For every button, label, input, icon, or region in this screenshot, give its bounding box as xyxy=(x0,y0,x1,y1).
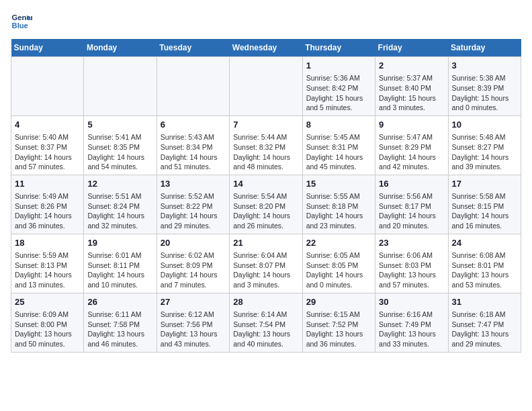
calendar-cell: 10Sunrise: 5:48 AM Sunset: 8:27 PM Dayli… xyxy=(448,116,521,175)
day-number: 9 xyxy=(379,119,444,131)
day-header-tuesday: Tuesday xyxy=(157,39,229,57)
day-content: Sunrise: 6:12 AM Sunset: 7:56 PM Dayligh… xyxy=(161,310,226,349)
logo: General Blue xyxy=(11,11,35,32)
calendar-week-row: 18Sunrise: 5:59 AM Sunset: 8:13 PM Dayli… xyxy=(11,234,521,293)
day-number: 14 xyxy=(233,178,298,190)
day-number: 18 xyxy=(15,237,80,249)
day-content: Sunrise: 5:58 AM Sunset: 8:15 PM Dayligh… xyxy=(452,191,517,231)
day-content: Sunrise: 6:01 AM Sunset: 8:11 PM Dayligh… xyxy=(87,250,152,290)
day-content: Sunrise: 6:05 AM Sunset: 8:05 PM Dayligh… xyxy=(306,250,371,290)
calendar-cell: 5Sunrise: 5:41 AM Sunset: 8:35 PM Daylig… xyxy=(84,116,157,175)
day-number: 26 xyxy=(87,296,152,308)
calendar-cell: 24Sunrise: 6:08 AM Sunset: 8:01 PM Dayli… xyxy=(448,234,521,293)
day-content: Sunrise: 5:40 AM Sunset: 8:37 PM Dayligh… xyxy=(15,132,80,172)
day-number: 11 xyxy=(15,178,80,190)
calendar-cell: 13Sunrise: 5:52 AM Sunset: 8:22 PM Dayli… xyxy=(157,175,229,234)
day-content: Sunrise: 5:43 AM Sunset: 8:34 PM Dayligh… xyxy=(161,132,226,172)
calendar-cell: 2Sunrise: 5:37 AM Sunset: 8:40 PM Daylig… xyxy=(375,57,448,116)
calendar-cell: 14Sunrise: 5:54 AM Sunset: 8:20 PM Dayli… xyxy=(230,175,302,234)
calendar-header-row: SundayMondayTuesdayWednesdayThursdayFrid… xyxy=(11,39,521,57)
calendar-cell: 20Sunrise: 6:02 AM Sunset: 8:09 PM Dayli… xyxy=(157,234,229,293)
day-number: 22 xyxy=(306,237,371,249)
day-content: Sunrise: 5:56 AM Sunset: 8:17 PM Dayligh… xyxy=(379,191,444,231)
day-number: 28 xyxy=(233,296,298,308)
day-content: Sunrise: 5:48 AM Sunset: 8:27 PM Dayligh… xyxy=(452,132,517,172)
calendar-cell xyxy=(11,57,84,116)
day-content: Sunrise: 5:44 AM Sunset: 8:32 PM Dayligh… xyxy=(233,132,298,172)
day-content: Sunrise: 6:08 AM Sunset: 8:01 PM Dayligh… xyxy=(452,250,517,290)
day-header-saturday: Saturday xyxy=(448,39,521,57)
calendar-cell: 12Sunrise: 5:51 AM Sunset: 8:24 PM Dayli… xyxy=(84,175,157,234)
day-number: 2 xyxy=(379,60,444,72)
calendar-cell: 27Sunrise: 6:12 AM Sunset: 7:56 PM Dayli… xyxy=(157,293,229,352)
day-number: 19 xyxy=(87,237,152,249)
svg-text:Blue: Blue xyxy=(12,21,28,30)
calendar-table: SundayMondayTuesdayWednesdayThursdayFrid… xyxy=(11,39,521,353)
day-content: Sunrise: 5:59 AM Sunset: 8:13 PM Dayligh… xyxy=(15,250,80,290)
day-content: Sunrise: 6:14 AM Sunset: 7:54 PM Dayligh… xyxy=(233,310,298,349)
day-header-sunday: Sunday xyxy=(11,39,84,57)
calendar-cell: 26Sunrise: 6:11 AM Sunset: 7:58 PM Dayli… xyxy=(84,293,157,352)
day-content: Sunrise: 6:18 AM Sunset: 7:47 PM Dayligh… xyxy=(452,310,517,349)
day-content: Sunrise: 5:36 AM Sunset: 8:42 PM Dayligh… xyxy=(306,73,371,113)
day-header-friday: Friday xyxy=(375,39,448,57)
calendar-cell xyxy=(84,57,157,116)
day-number: 23 xyxy=(379,237,444,249)
calendar-cell: 31Sunrise: 6:18 AM Sunset: 7:47 PM Dayli… xyxy=(448,293,521,352)
calendar-cell: 22Sunrise: 6:05 AM Sunset: 8:05 PM Dayli… xyxy=(302,234,375,293)
day-content: Sunrise: 5:45 AM Sunset: 8:31 PM Dayligh… xyxy=(306,132,371,172)
day-content: Sunrise: 5:41 AM Sunset: 8:35 PM Dayligh… xyxy=(87,132,152,172)
calendar-cell: 3Sunrise: 5:38 AM Sunset: 8:39 PM Daylig… xyxy=(448,57,521,116)
day-number: 3 xyxy=(452,60,517,72)
day-content: Sunrise: 5:51 AM Sunset: 8:24 PM Dayligh… xyxy=(87,191,152,231)
day-number: 24 xyxy=(452,237,517,249)
day-content: Sunrise: 6:06 AM Sunset: 8:03 PM Dayligh… xyxy=(379,250,444,290)
day-number: 10 xyxy=(452,119,517,131)
calendar-cell: 9Sunrise: 5:47 AM Sunset: 8:29 PM Daylig… xyxy=(375,116,448,175)
calendar-cell: 21Sunrise: 6:04 AM Sunset: 8:07 PM Dayli… xyxy=(230,234,302,293)
calendar-week-row: 1Sunrise: 5:36 AM Sunset: 8:42 PM Daylig… xyxy=(11,57,521,116)
calendar-cell: 8Sunrise: 5:45 AM Sunset: 8:31 PM Daylig… xyxy=(302,116,375,175)
day-number: 4 xyxy=(15,119,80,131)
calendar-cell: 17Sunrise: 5:58 AM Sunset: 8:15 PM Dayli… xyxy=(448,175,521,234)
day-number: 12 xyxy=(87,178,152,190)
day-number: 1 xyxy=(306,60,371,72)
day-content: Sunrise: 5:55 AM Sunset: 8:18 PM Dayligh… xyxy=(306,191,371,231)
day-header-wednesday: Wednesday xyxy=(230,39,302,57)
day-number: 13 xyxy=(161,178,226,190)
day-content: Sunrise: 6:02 AM Sunset: 8:09 PM Dayligh… xyxy=(161,250,226,290)
calendar-cell: 1Sunrise: 5:36 AM Sunset: 8:42 PM Daylig… xyxy=(302,57,375,116)
calendar-week-row: 11Sunrise: 5:49 AM Sunset: 8:26 PM Dayli… xyxy=(11,175,521,234)
day-number: 8 xyxy=(306,119,371,131)
day-content: Sunrise: 5:52 AM Sunset: 8:22 PM Dayligh… xyxy=(161,191,226,231)
calendar-cell: 18Sunrise: 5:59 AM Sunset: 8:13 PM Dayli… xyxy=(11,234,84,293)
day-number: 29 xyxy=(306,296,371,308)
calendar-cell: 6Sunrise: 5:43 AM Sunset: 8:34 PM Daylig… xyxy=(157,116,229,175)
day-number: 15 xyxy=(306,178,371,190)
day-content: Sunrise: 6:09 AM Sunset: 8:00 PM Dayligh… xyxy=(15,310,80,349)
calendar-cell: 28Sunrise: 6:14 AM Sunset: 7:54 PM Dayli… xyxy=(230,293,302,352)
day-number: 17 xyxy=(452,178,517,190)
calendar-cell: 30Sunrise: 6:16 AM Sunset: 7:49 PM Dayli… xyxy=(375,293,448,352)
day-number: 21 xyxy=(233,237,298,249)
day-number: 31 xyxy=(452,296,517,308)
day-number: 5 xyxy=(87,119,152,131)
calendar-cell: 19Sunrise: 6:01 AM Sunset: 8:11 PM Dayli… xyxy=(84,234,157,293)
day-number: 20 xyxy=(161,237,226,249)
day-number: 16 xyxy=(379,178,444,190)
calendar-week-row: 4Sunrise: 5:40 AM Sunset: 8:37 PM Daylig… xyxy=(11,116,521,175)
calendar-cell: 16Sunrise: 5:56 AM Sunset: 8:17 PM Dayli… xyxy=(375,175,448,234)
day-content: Sunrise: 5:37 AM Sunset: 8:40 PM Dayligh… xyxy=(379,73,444,113)
day-content: Sunrise: 5:38 AM Sunset: 8:39 PM Dayligh… xyxy=(452,73,517,113)
day-number: 25 xyxy=(15,296,80,308)
page-header: General Blue xyxy=(11,11,521,32)
calendar-cell: 29Sunrise: 6:15 AM Sunset: 7:52 PM Dayli… xyxy=(302,293,375,352)
day-number: 6 xyxy=(161,119,226,131)
day-header-thursday: Thursday xyxy=(302,39,375,57)
day-content: Sunrise: 6:04 AM Sunset: 8:07 PM Dayligh… xyxy=(233,250,298,290)
logo-icon: General Blue xyxy=(11,11,32,32)
calendar-week-row: 25Sunrise: 6:09 AM Sunset: 8:00 PM Dayli… xyxy=(11,293,521,352)
calendar-cell: 4Sunrise: 5:40 AM Sunset: 8:37 PM Daylig… xyxy=(11,116,84,175)
calendar-cell: 11Sunrise: 5:49 AM Sunset: 8:26 PM Dayli… xyxy=(11,175,84,234)
day-content: Sunrise: 5:47 AM Sunset: 8:29 PM Dayligh… xyxy=(379,132,444,172)
